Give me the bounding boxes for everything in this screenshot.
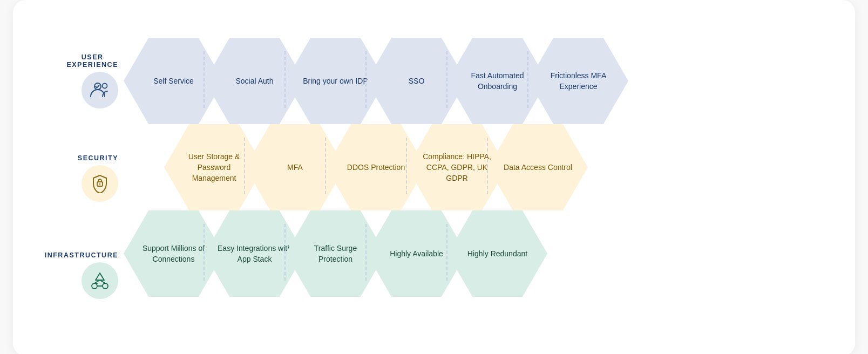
svg-line-9 <box>100 280 105 283</box>
honeycomb-area: Self Service Social Auth Bring your own … <box>124 22 833 335</box>
network-icon <box>89 271 111 290</box>
svg-point-3 <box>99 183 100 184</box>
hex-frictionless-mfa: Frictionless MFA Experience <box>528 38 628 124</box>
icon-badge-security <box>82 165 118 202</box>
row-label-security: SECURITY <box>35 130 121 227</box>
row-label-user-experience: USER EXPERIENCE <box>35 32 121 130</box>
svg-point-5 <box>103 283 108 289</box>
labels-column: USER EXPERIENCE <box>35 22 121 324</box>
svg-point-1 <box>103 84 107 88</box>
hex-highly-redundant: Highly Redundant <box>447 210 547 297</box>
hex-data-access: Data Access Control <box>488 124 588 210</box>
icon-badge-user-experience <box>82 72 118 108</box>
icon-badge-infrastructure <box>82 262 118 299</box>
row-label-infrastructure: INFRASTRUCTURE <box>35 227 121 324</box>
label-user-experience: USER EXPERIENCE <box>66 53 118 69</box>
shield-icon <box>92 174 108 193</box>
label-security: SECURITY <box>78 154 118 162</box>
svg-line-8 <box>94 280 100 283</box>
svg-point-4 <box>92 283 97 289</box>
users-icon <box>90 81 110 99</box>
label-infrastructure: INFRASTRUCTURE <box>45 251 118 259</box>
main-container: USER EXPERIENCE <box>13 0 855 354</box>
